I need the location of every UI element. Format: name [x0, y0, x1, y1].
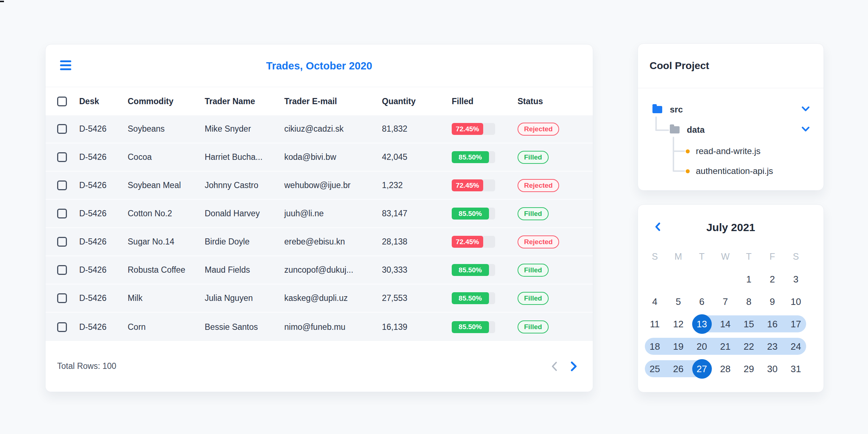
column-header: Commodity — [128, 97, 205, 106]
trader-email-cell: kaskeg@dupli.uz — [284, 293, 382, 303]
column-header: Filled — [452, 97, 518, 106]
table-row: D-5426Sugar No.14Birdie Doyleerebe@ebisu… — [46, 228, 593, 256]
day-cell[interactable]: 17 — [784, 313, 808, 335]
progress-fill: 85.50% — [452, 151, 489, 163]
day-cell[interactable]: 30 — [761, 358, 784, 380]
calendar-week-row: 45678910 — [643, 290, 808, 313]
row-checkbox[interactable] — [57, 322, 67, 332]
day-cell[interactable]: 13 — [690, 313, 714, 335]
day-cell[interactable]: 16 — [761, 313, 784, 335]
day-cell[interactable]: 26 — [667, 358, 690, 380]
tree-folder-src[interactable]: src — [638, 99, 824, 120]
row-checkbox[interactable] — [57, 209, 67, 218]
chevron-down-icon[interactable] — [801, 106, 810, 113]
day-cell[interactable]: 7 — [714, 290, 737, 313]
select-all-checkbox[interactable] — [57, 97, 67, 106]
progress-fill: 85.50% — [452, 321, 489, 333]
row-checkbox[interactable] — [57, 124, 67, 134]
empty-day-cell — [667, 268, 690, 290]
day-cell[interactable]: 5 — [667, 290, 690, 313]
row-checkbox[interactable] — [57, 152, 67, 162]
table-footer: Total Rows: 100 — [46, 340, 593, 392]
status-cell: Rejected — [518, 235, 593, 248]
project-tree-card: Cool Project srcdataread-and-write.jsaut… — [638, 43, 824, 191]
status-badge: Filled — [518, 292, 549, 305]
status-cell: Rejected — [518, 179, 593, 192]
filled-cell: 72.45% — [452, 123, 518, 135]
commodity-cell: Robusta Coffee — [128, 265, 205, 275]
status-badge: Filled — [518, 264, 549, 277]
progress-bar: 72.45% — [452, 236, 495, 248]
day-cell[interactable]: 12 — [667, 313, 690, 335]
day-cell[interactable]: 11 — [643, 313, 667, 335]
day-cell[interactable]: 20 — [690, 335, 714, 358]
tree-folder-data[interactable]: data — [638, 120, 824, 140]
calendar-week-row: 123 — [643, 268, 808, 290]
commodity-cell: Soybean Meal — [128, 180, 205, 190]
day-cell[interactable]: 6 — [690, 290, 714, 313]
trader-name-cell: Maud Fields — [205, 265, 284, 275]
selected-day-circle: 27 — [692, 359, 712, 379]
next-page-icon[interactable] — [570, 361, 578, 372]
status-cell: Filled — [518, 292, 593, 305]
day-cell[interactable]: 4 — [643, 290, 667, 313]
day-cell[interactable]: 22 — [737, 335, 761, 358]
row-checkbox[interactable] — [57, 293, 67, 303]
status-badge: Rejected — [518, 123, 559, 136]
day-cell[interactable]: 3 — [784, 268, 808, 290]
day-cell[interactable]: 25 — [643, 358, 667, 380]
project-card-header: Cool Project — [638, 44, 824, 88]
quantity-cell: 1,232 — [382, 180, 452, 190]
trader-name-cell: Birdie Doyle — [205, 237, 284, 247]
progress-bar: 85.50% — [452, 321, 495, 333]
file-dot-icon — [686, 169, 690, 173]
table-row: D-5426Robusta CoffeeMaud Fieldszuncopof@… — [46, 256, 593, 285]
day-cell[interactable]: 9 — [761, 290, 784, 313]
calendar-title: July 2021 — [638, 221, 824, 234]
day-cell[interactable]: 24 — [784, 335, 808, 358]
day-cell[interactable]: 14 — [714, 313, 737, 335]
day-cell[interactable]: 31 — [784, 358, 808, 380]
day-cell[interactable]: 19 — [667, 335, 690, 358]
status-cell: Filled — [518, 264, 593, 277]
day-cell[interactable]: 27 — [690, 358, 714, 380]
tree-item-label: data — [687, 125, 705, 135]
folder-icon — [652, 106, 662, 113]
column-header: Trader Name — [205, 97, 284, 106]
total-rows-label: Total Rows: 100 — [57, 361, 116, 371]
header-checkbox-cell — [46, 97, 79, 106]
day-cell[interactable]: 28 — [714, 358, 737, 380]
day-cell[interactable]: 23 — [761, 335, 784, 358]
status-cell: Rejected — [518, 123, 593, 136]
day-cell[interactable]: 29 — [737, 358, 761, 380]
day-cell[interactable]: 8 — [737, 290, 761, 313]
quantity-cell: 42,045 — [382, 152, 452, 162]
quantity-cell: 28,138 — [382, 237, 452, 247]
day-cell[interactable]: 15 — [737, 313, 761, 335]
progress-bar: 85.50% — [452, 292, 495, 304]
row-checkbox-cell — [46, 152, 79, 162]
tree-item-label: read-and-write.js — [696, 146, 761, 156]
tree-file[interactable]: authentication-api.js — [638, 161, 824, 181]
tree-file[interactable]: read-and-write.js — [638, 141, 824, 161]
commodity-cell: Milk — [128, 293, 205, 303]
weekday-label: W — [714, 251, 737, 262]
row-checkbox[interactable] — [57, 180, 67, 190]
day-cell[interactable]: 10 — [784, 290, 808, 313]
desk-cell: D-5426 — [79, 237, 128, 247]
progress-fill: 72.45% — [452, 123, 483, 135]
chevron-down-icon[interactable] — [801, 127, 810, 133]
row-checkbox-cell — [46, 322, 79, 332]
status-cell: Filled — [518, 320, 593, 333]
row-checkbox[interactable] — [57, 265, 67, 275]
day-cell[interactable]: 18 — [643, 335, 667, 358]
day-cell[interactable]: 2 — [761, 268, 784, 290]
day-cell[interactable]: 1 — [737, 268, 761, 290]
file-tree: srcdataread-and-write.jsauthentication-a… — [638, 88, 824, 191]
column-header: Quantity — [382, 97, 452, 106]
weekday-label: T — [690, 251, 714, 262]
prev-page-icon[interactable] — [550, 361, 558, 372]
commodity-cell: Cotton No.2 — [128, 209, 205, 218]
row-checkbox[interactable] — [57, 237, 67, 247]
day-cell[interactable]: 21 — [714, 335, 737, 358]
